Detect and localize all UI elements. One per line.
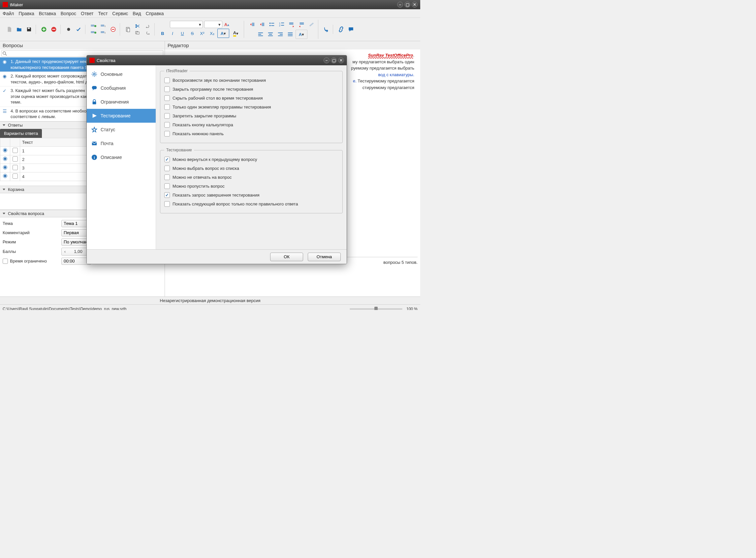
delete-icon[interactable] [108,25,118,34]
indent-dec-icon[interactable] [247,20,257,29]
option-checkbox[interactable] [164,166,170,171]
option-row[interactable]: Показать кнопку калькулятора [164,120,338,129]
menu-help[interactable]: Справка [146,11,164,16]
option-checkbox[interactable] [164,77,170,83]
option-row[interactable]: Можно пропустить вопрос [164,182,338,191]
nav-mail[interactable]: Почта [87,136,156,150]
option-checkbox[interactable] [164,104,170,110]
font-family-combo[interactable]: ▾ [170,21,203,28]
record-icon[interactable] [64,25,73,34]
answer-radio[interactable] [3,174,7,178]
arrow-down-icon[interactable] [322,25,331,34]
score-dec[interactable]: ‹ [62,248,68,255]
bold-icon[interactable]: B [158,29,167,38]
menu-insert[interactable]: Вставка [39,11,56,16]
nav-msg[interactable]: Сообщения [87,81,156,95]
open-file-icon[interactable] [15,25,24,34]
option-row[interactable]: Только один экземпляр программы тестиров… [164,103,338,111]
dialog-minimize[interactable]: – [324,57,329,63]
nav-star[interactable]: Статус [87,123,156,136]
menu-question[interactable]: Вопрос [61,11,76,16]
answer-checkbox[interactable] [12,165,18,170]
paste-icon[interactable] [123,25,133,34]
strike-icon[interactable]: S [188,29,197,38]
align-left-icon[interactable] [256,30,265,39]
font-grow-icon[interactable]: AA [224,21,230,28]
redo-icon[interactable] [143,30,152,35]
option-checkbox[interactable] [164,192,170,198]
rtl-icon[interactable] [297,20,306,29]
maximize-button[interactable]: ▢ [404,2,410,7]
zoom-slider[interactable] [350,308,402,310]
option-checkbox[interactable] [164,86,170,92]
check-icon[interactable] [74,25,83,34]
font-color-icon[interactable]: A ▾ [217,29,229,38]
option-row[interactable]: Можно не отвечать на вопрос [164,173,338,182]
nav-lock[interactable]: Ограничения [87,95,156,109]
subscript-icon[interactable]: X₂ [207,29,217,38]
copy-icon[interactable] [133,30,143,35]
menu-file[interactable]: Файл [3,11,14,16]
add-icon[interactable] [39,25,49,34]
option-row[interactable]: Воспроизвести звук по окончании тестрова… [164,76,338,85]
nav-info[interactable]: iОписание [87,150,156,164]
italic-icon[interactable]: I [168,29,177,38]
clear-format-icon[interactable] [307,20,316,29]
option-row[interactable]: Показать нижнюю панель [164,129,338,138]
align-center-icon[interactable] [266,30,275,39]
link-icon[interactable] [336,25,346,34]
time-limited-checkbox[interactable] [3,258,8,264]
ltr-icon[interactable] [287,20,296,29]
close-button[interactable]: ✕ [412,2,418,7]
answer-checkbox[interactable] [12,156,18,161]
list-add-icon[interactable] [89,23,98,29]
text-fill-icon[interactable]: A ▾ [296,30,307,39]
bullets-icon[interactable] [267,20,276,29]
minimize-button[interactable]: – [397,2,403,7]
option-row[interactable]: Запретить закрытие программы [164,111,338,120]
option-checkbox[interactable] [164,183,170,189]
menu-view[interactable]: Вид [133,11,141,16]
answer-checkbox[interactable] [12,174,18,179]
list-cursor2-icon[interactable]: I [99,30,108,35]
superscript-icon[interactable]: X² [198,29,207,38]
menu-edit[interactable]: Правка [19,11,34,16]
align-justify-icon[interactable] [286,30,295,39]
option-row[interactable]: Скрыть рабочий стол во время тестировани… [164,94,338,103]
numbers-icon[interactable]: 12 [277,20,286,29]
new-file-icon[interactable] [5,25,14,34]
list-cursor-icon[interactable]: I [99,23,108,29]
comment-icon[interactable] [346,25,356,34]
save-file-icon[interactable] [24,25,34,34]
list-add2-icon[interactable] [89,30,98,35]
answer-radio[interactable] [3,157,7,161]
ok-button[interactable]: ОК [270,253,303,261]
answer-radio[interactable] [3,148,7,152]
option-row[interactable]: Можно выбрать вопрос из списка [164,164,338,173]
dialog-maximize[interactable]: ▢ [331,57,337,63]
option-row[interactable]: Закрыть программу после тестирования [164,85,338,94]
nav-gear[interactable]: Основные [87,67,156,81]
option-row[interactable]: Можно вернуться к предыдущему вопросу [164,155,338,164]
option-checkbox[interactable] [164,174,170,180]
option-row[interactable]: Показать следующий вопрос только после п… [164,200,338,208]
answer-radio[interactable] [3,165,7,170]
option-checkbox[interactable] [164,131,170,136]
remove-icon[interactable] [49,25,58,34]
font-size-combo[interactable]: ▾ [204,21,222,28]
menu-answer[interactable]: Ответ [81,11,93,16]
tab-answer-variants[interactable]: Варианты ответа [0,129,42,138]
dialog-close[interactable]: ✕ [338,57,344,63]
option-checkbox[interactable] [164,157,170,162]
option-checkbox[interactable] [164,95,170,101]
option-row[interactable]: Показать запрос завершения тестирования [164,191,338,200]
align-right-icon[interactable] [276,30,285,39]
option-checkbox[interactable] [164,122,170,128]
indent-inc-icon[interactable] [257,20,267,29]
option-checkbox[interactable] [164,113,170,119]
undo-icon[interactable] [143,23,152,29]
option-checkbox[interactable] [164,201,170,207]
answer-checkbox[interactable] [12,148,18,153]
underline-icon[interactable]: U [178,29,187,38]
cut-icon[interactable] [133,23,143,29]
